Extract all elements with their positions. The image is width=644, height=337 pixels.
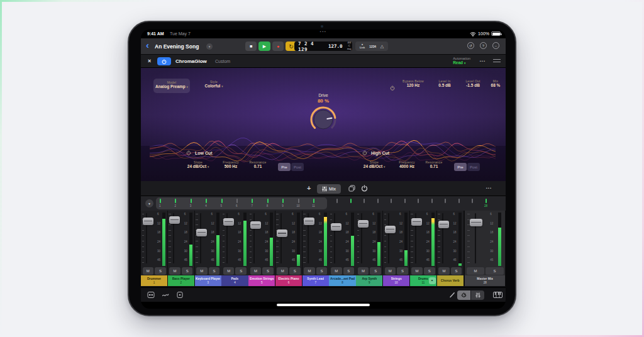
track-name-plate[interactable]: Chorus Verb	[437, 275, 464, 286]
plugin-drag-handle-icon[interactable]	[493, 59, 501, 62]
overview-tick[interactable]	[236, 199, 238, 203]
track-name-plate[interactable]: Emotion Strings 5	[248, 275, 275, 286]
track-name-plate[interactable]: Drums 11 ▲	[410, 275, 436, 286]
high-cut-resonance[interactable]: Resonance 0.71	[420, 160, 448, 168]
overview-tick[interactable]	[391, 199, 392, 203]
level-in-param[interactable]: Level In 0.5 dB	[430, 79, 459, 87]
fader-handle[interactable]	[470, 219, 482, 226]
mix-view-button[interactable]: Mix	[317, 184, 341, 194]
high-cut-slope[interactable]: Slope 24 dB/Oct ▾	[355, 160, 394, 168]
solo-button[interactable]: S	[182, 267, 193, 275]
mute-button[interactable]: M	[196, 267, 208, 275]
plugin-more-icon[interactable]: •••	[480, 59, 486, 63]
overview-tick[interactable]	[350, 199, 352, 203]
track-name-plate[interactable]: Strings 10	[383, 275, 409, 286]
low-cut-power-icon[interactable]	[186, 150, 191, 155]
lcd-display[interactable]: 7 2 4 129 127.0 4/4 C maj	[294, 41, 352, 51]
overview-tick[interactable]	[404, 199, 406, 203]
solo-button[interactable]: S	[397, 267, 408, 275]
overview-tick[interactable]	[191, 199, 192, 203]
track-name-plate[interactable]: Arp Synth 9	[356, 275, 382, 286]
drive-knob[interactable]	[309, 106, 337, 133]
track-name-plate[interactable]: Synth Lead 7	[303, 275, 329, 286]
fader-handle[interactable]	[331, 223, 341, 231]
controls-browser-icon[interactable]	[147, 291, 155, 299]
mute-button[interactable]: M	[277, 267, 288, 275]
fader-handle[interactable]	[385, 226, 396, 233]
high-cut-frequency[interactable]: Frequency 4000 Hz	[394, 160, 420, 168]
duplicate-icon[interactable]	[348, 185, 355, 192]
overview-tick[interactable]	[313, 199, 314, 203]
fader-handle[interactable]	[277, 229, 287, 237]
model-selector[interactable]: Model Analog Preamp ▾	[153, 79, 190, 93]
track-name-plate[interactable]: Electric Piano 6	[275, 275, 302, 286]
back-chevron-icon[interactable]: ‹	[146, 40, 149, 50]
fader-handle[interactable]	[196, 229, 207, 236]
filter-tracks-icon[interactable]: ▼	[145, 199, 153, 207]
overview-tick[interactable]	[267, 199, 269, 203]
solo-button[interactable]: S	[424, 267, 435, 275]
mute-button[interactable]: M	[304, 267, 315, 275]
solo-button[interactable]: S	[451, 267, 462, 275]
plugin-power-button[interactable]	[157, 57, 171, 65]
mute-button[interactable]: M	[331, 267, 342, 275]
keyboard-icon[interactable]	[493, 292, 502, 298]
solo-button[interactable]: S	[235, 267, 247, 275]
overview-tick[interactable]	[364, 199, 365, 203]
mute-button[interactable]: M	[411, 267, 423, 275]
overview-tick[interactable]	[445, 199, 446, 203]
fader-handle[interactable]	[143, 218, 153, 225]
high-cut-post-button[interactable]: Post	[467, 163, 480, 171]
fader-handle[interactable]	[304, 218, 314, 225]
fader-handle[interactable]	[358, 220, 369, 228]
stop-button[interactable]: ■	[245, 41, 257, 51]
song-dropdown-icon[interactable]: ▾	[206, 43, 213, 50]
mute-button[interactable]: M	[358, 267, 369, 275]
low-cut-post-button[interactable]: Post	[291, 163, 304, 171]
mute-button[interactable]: M	[143, 267, 154, 275]
pencil-icon[interactable]	[449, 292, 455, 298]
overview-tick[interactable]	[282, 199, 284, 203]
smart-controls-button[interactable]	[457, 290, 470, 300]
song-title[interactable]: An Evening Song	[155, 43, 199, 50]
mix-param[interactable]: Mix 68 %	[481, 79, 506, 87]
automation-control[interactable]: Automation Read ▾	[453, 57, 470, 65]
overview-viewport[interactable]	[156, 197, 327, 209]
channel-power-icon[interactable]	[361, 185, 368, 192]
selected-track-chevron-icon[interactable]: ▲	[429, 277, 436, 284]
mixer-view-button[interactable]	[471, 290, 484, 300]
overview-tick[interactable]	[298, 199, 299, 203]
high-cut-pre-button[interactable]: Pre	[454, 163, 467, 171]
track-name-plate[interactable]: Pads 4	[221, 275, 248, 286]
overview-tick[interactable]	[458, 199, 460, 203]
history-icon[interactable]: ↺	[467, 42, 474, 49]
mute-button[interactable]: M	[250, 267, 262, 275]
help-icon[interactable]: ?	[480, 42, 487, 49]
solo-button[interactable]: S	[262, 267, 274, 275]
solo-button[interactable]: S	[209, 267, 220, 275]
low-cut-slope[interactable]: Slope 24 dB/Oct ▾	[179, 160, 218, 168]
close-icon[interactable]: ×	[148, 58, 151, 64]
home-indicator[interactable]	[277, 304, 370, 306]
mixer-more-icon[interactable]: •••	[486, 186, 492, 190]
record-button[interactable]: ●	[272, 41, 284, 51]
solo-button[interactable]: S	[370, 267, 381, 275]
add-track-button[interactable]: +	[307, 184, 311, 192]
section-power-icon[interactable]	[390, 82, 395, 93]
mute-button[interactable]: M	[169, 267, 180, 275]
plugin-preset[interactable]: Custom	[215, 59, 230, 64]
fader-handle[interactable]	[169, 216, 180, 224]
mute-button[interactable]: M	[223, 267, 235, 275]
track-name-plate[interactable]: Keyboard Player 3	[195, 275, 221, 286]
track-name-plate[interactable]: Arcade...eet Pad 8	[329, 275, 355, 286]
overview-tick[interactable]	[160, 199, 161, 203]
track-name-plate[interactable]: Bass Player 2	[168, 275, 194, 286]
track-name-plate[interactable]: Master Mix 28	[465, 275, 505, 286]
solo-button[interactable]: S	[155, 267, 166, 275]
mute-button[interactable]: M	[467, 267, 485, 275]
overview-tick[interactable]	[486, 199, 487, 203]
track-name-plate[interactable]: Drummer 1	[141, 275, 167, 286]
bypass-below-param[interactable]: Bypass Below 120 Hz	[399, 79, 428, 87]
link-button[interactable]: ●Link	[360, 43, 365, 49]
play-button[interactable]: ▶	[258, 41, 270, 51]
